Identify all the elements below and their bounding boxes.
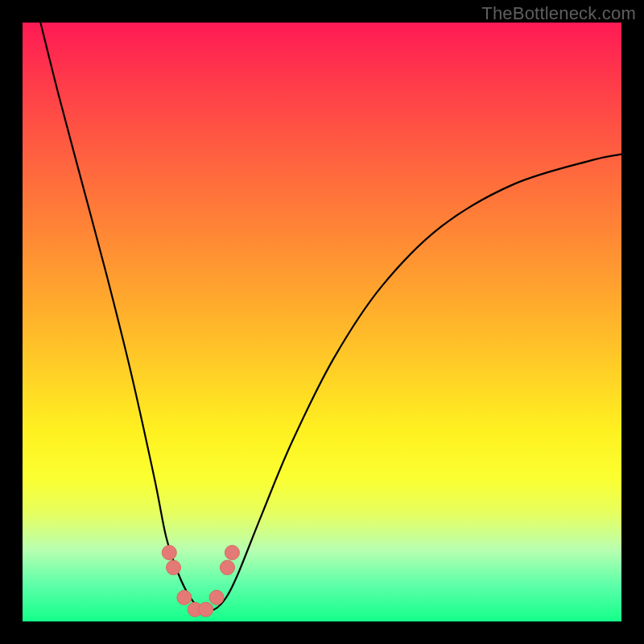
highlight-dot bbox=[209, 590, 224, 605]
highlight-dot bbox=[162, 545, 176, 559]
highlight-dots bbox=[162, 545, 239, 617]
highlight-dot bbox=[220, 560, 234, 575]
highlight-dot bbox=[199, 602, 213, 617]
bottleneck-curve bbox=[40, 23, 621, 611]
chart-svg bbox=[23, 23, 621, 621]
highlight-dot bbox=[177, 590, 192, 605]
watermark-text: TheBottleneck.com bbox=[481, 3, 636, 24]
highlight-dot bbox=[166, 560, 180, 575]
highlight-dot bbox=[225, 545, 239, 559]
chart-frame bbox=[23, 23, 621, 621]
